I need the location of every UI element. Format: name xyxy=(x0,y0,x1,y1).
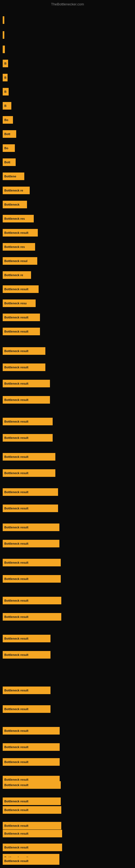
bar-label: Bottleneck result xyxy=(4,490,28,494)
bar-label: Bottleneck result xyxy=(4,729,28,733)
bar-label: Bottleneck result xyxy=(4,577,28,581)
bar-label: Bottleneck result xyxy=(4,599,28,602)
bar-item: Bottleneck result xyxy=(3,857,59,865)
bar-label: Bo xyxy=(4,118,8,122)
bar-item: Bottleneck result xyxy=(3,727,60,735)
bar-item: Bottleneck result xyxy=(3,540,59,547)
bar-item: Bottleneck result xyxy=(3,705,50,713)
bar-item xyxy=(3,31,4,39)
bar-item: Bottleneck result xyxy=(3,806,61,814)
bar-item: Bottleneck result xyxy=(3,396,50,404)
bar-item: Bottleneck result xyxy=(3,798,61,805)
bar-label: Bottleneck res xyxy=(4,245,25,248)
bar-label: Bottleneck result xyxy=(4,398,28,401)
bar-item: Bottleneck result xyxy=(3,453,55,461)
bar-item: Bott xyxy=(3,130,16,138)
bar-item: Bottleneck result xyxy=(3,504,58,512)
bar-item: Bottleneck result xyxy=(3,597,61,604)
bar-label: Bottleneck result xyxy=(4,436,28,439)
bar-label: Bottleneck result xyxy=(4,330,28,333)
bar-item: Bottleneck result xyxy=(3,743,60,751)
bar-label: Bottleneck result xyxy=(4,707,28,711)
bar-item: Bottleneck result xyxy=(3,844,62,851)
bar-label: Bottlene xyxy=(4,175,16,178)
bar-label: Bottleneck result xyxy=(4,561,28,564)
bar-label: Bottleneck result xyxy=(4,542,28,545)
bar-label: Bottleneck result xyxy=(4,366,28,369)
bar-item: Bottleneck resu xyxy=(3,300,36,307)
bar-item: Bottleneck result xyxy=(3,651,50,659)
bar-item: Bott xyxy=(3,158,16,166)
bar-label: Bottleneck result xyxy=(4,615,28,618)
bar-label: Bottleneck result xyxy=(4,846,28,849)
bar-label: Bottleneck result xyxy=(4,420,28,423)
bar-item: Bottleneck result xyxy=(3,285,39,293)
bar-label: Bott xyxy=(4,132,10,135)
bar-label: B xyxy=(4,62,6,65)
bar-item: Bottleneck result xyxy=(3,434,53,442)
bar-label: Bottleneck result xyxy=(4,507,28,510)
bar-item: Bottleneck result xyxy=(3,380,50,388)
bar-item: Bottleneck result xyxy=(3,559,61,566)
bar-label: Bottleneck result xyxy=(4,800,28,803)
bar-item: Bottleneck re xyxy=(3,187,30,194)
bar-label: B xyxy=(4,90,6,93)
site-title: TheBottlenecker.com xyxy=(51,2,84,6)
bar-label: Bottleneck re xyxy=(4,273,23,277)
bar-label: Bottleneck result xyxy=(4,689,28,692)
bar-item: Bottleneck result xyxy=(3,314,40,321)
bar-item: Bottleneck result xyxy=(3,575,61,583)
bar-item: Bottleneck result xyxy=(3,758,60,766)
bar-item: Bottleneck res xyxy=(3,243,35,251)
bar-item: B xyxy=(3,88,9,95)
bar-item: Bottleneck result xyxy=(3,822,61,830)
bar-item: Bottleneck result xyxy=(3,524,59,531)
bar-label: Bottleneck result xyxy=(4,637,28,640)
bar-item: Bottleneck result xyxy=(3,635,50,642)
bar-label: Bottleneck result xyxy=(4,808,28,812)
bar-label: Bottleneck result xyxy=(4,745,28,749)
bar-item: Bottleneck result xyxy=(3,613,61,621)
bar-label: Bottleneck xyxy=(4,203,19,206)
bar-label: Bottleneck result xyxy=(4,760,28,764)
bar-item: Bottleneck xyxy=(3,201,27,208)
bar-label: Bottleneck result xyxy=(4,231,28,235)
bar-label: Bottleneck result xyxy=(4,382,28,385)
bar-item: Bottleneck result xyxy=(3,488,58,496)
bar-item xyxy=(3,45,5,53)
bar-item: Bottleneck result xyxy=(3,686,50,694)
bar-label: Bo xyxy=(4,147,8,150)
bar-item: Bo xyxy=(3,116,13,124)
bar-item: B xyxy=(3,60,8,67)
bar-item: B xyxy=(3,74,8,82)
bar-label: Bottleneck result xyxy=(4,316,28,319)
bar-item: Bottleneck result xyxy=(3,347,45,355)
bar-label: Bottleneck result xyxy=(4,653,28,656)
bar-item: Bottleneck result xyxy=(3,229,38,237)
bar-label: Bottleneck result xyxy=(4,783,28,786)
bar-item: Bo xyxy=(3,144,15,152)
bar-item: Bottleneck resul xyxy=(3,257,37,265)
bar-label: B xyxy=(4,104,6,107)
bar-label: Bottleneck result xyxy=(4,526,28,529)
bar-label: Bottleneck result xyxy=(4,455,28,458)
bar-label: Bott xyxy=(4,161,10,164)
bar-item xyxy=(3,16,4,24)
bar-item: Bottleneck re xyxy=(3,271,31,279)
bar-item: Bottleneck result xyxy=(3,328,40,335)
bar-item: B xyxy=(3,102,11,110)
bar-item: Bottleneck result xyxy=(3,418,53,425)
bar-item: Bottleneck res xyxy=(3,215,34,222)
bar-label: Bottleneck resu xyxy=(4,302,27,305)
bar-item: Bottleneck result xyxy=(3,469,55,477)
bar-item: Bottleneck result xyxy=(3,364,45,371)
bar-label: Bottleneck result xyxy=(4,778,28,781)
bar-label: Bottleneck result xyxy=(4,287,28,291)
bar-label: B xyxy=(4,76,6,79)
bar-label: Bottleneck resul xyxy=(4,259,28,262)
bar-item: Bottlene xyxy=(3,173,24,180)
bar-label: Bottleneck result xyxy=(4,471,28,475)
bar-label: Bottleneck re xyxy=(4,189,23,192)
bar-label: Bottleneck res xyxy=(4,217,25,220)
bar-label: Bottleneck result xyxy=(4,824,28,827)
